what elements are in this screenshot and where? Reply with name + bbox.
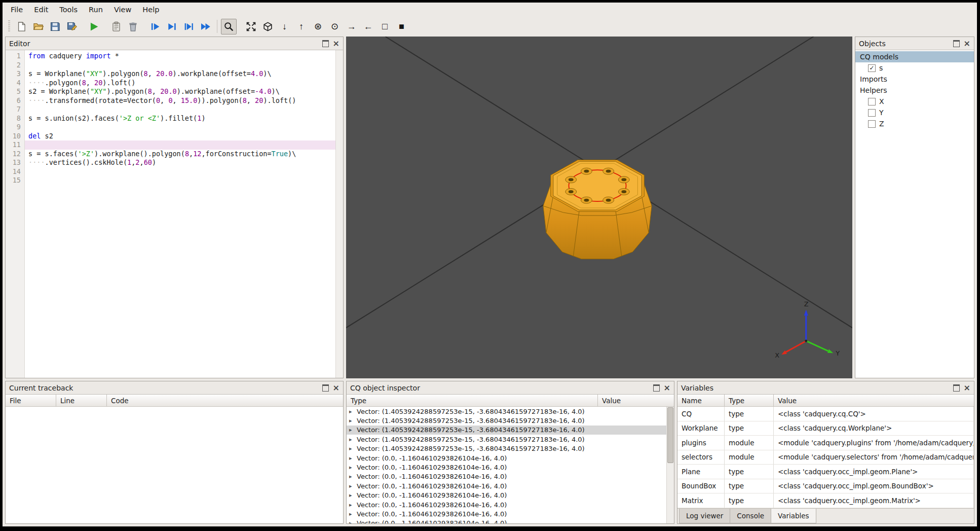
variables-col-type[interactable]: Type xyxy=(725,395,774,406)
code-line-5[interactable]: s2 = Workplane("XY").polygon(8, 20.0).wo… xyxy=(25,87,335,96)
code-line-3[interactable]: s = Workplane("XY").polygon(8, 20.0).wor… xyxy=(25,69,335,79)
toolbar-drag-handle[interactable] xyxy=(8,20,10,32)
inspector-col-value[interactable]: Value xyxy=(598,395,674,406)
save-button[interactable] xyxy=(47,19,63,34)
variable-row-workplane[interactable]: Workplanetype<class 'cadquery.cq.Workpla… xyxy=(677,421,974,436)
inspector-row[interactable]: ▸Vector: (0.0, -1.1604610293826104e-16, … xyxy=(347,519,666,523)
close-icon[interactable]: × xyxy=(333,384,340,392)
new-file-button[interactable] xyxy=(14,19,29,34)
variables-col-name[interactable]: Name xyxy=(677,395,725,406)
cad-model[interactable] xyxy=(543,160,652,259)
close-icon[interactable]: × xyxy=(964,40,970,48)
expander-icon[interactable]: ▸ xyxy=(349,408,357,415)
save-as-button[interactable] xyxy=(64,19,80,34)
menu-item-help[interactable]: Help xyxy=(137,4,165,15)
3d-scene[interactable]: Z Y X xyxy=(346,37,852,378)
delete-button[interactable] xyxy=(125,19,141,34)
step-into-button[interactable] xyxy=(181,19,197,34)
iso-view-button[interactable] xyxy=(260,19,276,34)
float-icon[interactable] xyxy=(322,384,329,392)
scrollbar-thumb[interactable] xyxy=(667,407,673,463)
expander-icon[interactable]: ▸ xyxy=(349,492,357,499)
traceback-col-line[interactable]: Line xyxy=(56,395,107,406)
continue-button[interactable] xyxy=(198,19,213,34)
variable-row-cq[interactable]: CQtype<class 'cadquery.cq.CQ'> xyxy=(677,407,974,421)
inspector-row[interactable]: ▸Vector: (1.4053924288597253e-15, -3.680… xyxy=(347,416,666,425)
inspector-row[interactable]: ▸Vector: (1.4053924288597253e-15, -3.680… xyxy=(347,435,666,444)
variable-row-plugins[interactable]: pluginsmodule<module 'cadquery.plugins' … xyxy=(677,436,974,450)
expander-icon[interactable]: ▸ xyxy=(349,520,357,523)
debug-play-button[interactable] xyxy=(147,19,163,34)
code-line-9[interactable] xyxy=(25,123,335,132)
code-line-7[interactable] xyxy=(25,105,335,114)
view-front-button[interactable]: ⊛ xyxy=(310,19,326,34)
inspector-row[interactable]: ▸Vector: (1.4053924288597253e-15, -3.680… xyxy=(347,444,666,453)
view-back-button[interactable]: ⊙ xyxy=(327,19,343,34)
code-line-2[interactable] xyxy=(25,61,335,70)
traceback-col-code[interactable]: Code xyxy=(107,395,343,406)
tree-item-z[interactable]: Z xyxy=(855,118,974,129)
zoom-fit-button[interactable] xyxy=(221,19,237,34)
view-right-button[interactable]: → xyxy=(344,19,359,34)
inspector-col-type[interactable]: Type xyxy=(347,395,598,406)
inspector-row[interactable]: ▸Vector: (1.4053924288597253e-15, -3.680… xyxy=(347,407,666,416)
view-left-button[interactable]: ← xyxy=(360,19,376,34)
variable-row-plane[interactable]: Planetype<class 'cadquery.occ_impl.geom.… xyxy=(677,465,974,479)
code-line-10[interactable]: del s2 xyxy=(25,132,335,141)
menu-item-edit[interactable]: Edit xyxy=(28,4,54,15)
menu-item-file[interactable]: File xyxy=(5,4,28,15)
expander-icon[interactable]: ▸ xyxy=(349,502,357,508)
viewport-3d[interactable]: Z Y X xyxy=(346,37,852,378)
open-button[interactable] xyxy=(30,19,46,34)
expander-icon[interactable]: ▸ xyxy=(349,473,357,480)
inspector-row[interactable]: ▸Vector: (0.0, -1.1604610293826104e-16, … xyxy=(347,472,666,481)
shaded-button[interactable]: ■ xyxy=(394,19,409,34)
menu-item-view[interactable]: View xyxy=(108,4,137,15)
variable-row-matrix[interactable]: Matrixtype<class 'cadquery.occ_impl.geom… xyxy=(677,493,974,508)
checkbox-s[interactable]: ✓ xyxy=(868,64,876,72)
code-line-12[interactable]: s = s.faces('>Z').workplane().polygon(8,… xyxy=(25,150,335,159)
code-editor[interactable]: 123456789101112131415 from cadquery impo… xyxy=(6,50,343,378)
tree-item-imports[interactable]: Imports xyxy=(855,74,974,85)
tree-item-cq-models[interactable]: CQ models xyxy=(855,51,974,62)
expander-icon[interactable]: ▸ xyxy=(349,436,357,443)
code-line-14[interactable] xyxy=(25,167,335,176)
tab-console[interactable]: Console xyxy=(730,509,771,523)
close-icon[interactable]: × xyxy=(964,384,970,392)
variable-row-selectors[interactable]: selectorsmodule<module 'cadquery.selecto… xyxy=(677,450,974,465)
expander-icon[interactable]: ▸ xyxy=(349,417,357,424)
expander-icon[interactable]: ▸ xyxy=(349,427,357,433)
code-lines[interactable]: from cadquery import *s = Workplane("XY"… xyxy=(25,50,335,378)
step-over-button[interactable] xyxy=(164,19,180,34)
inspector-scrollbar[interactable] xyxy=(666,407,674,523)
code-line-4[interactable]: ····.polygon(8, 20).loft() xyxy=(25,79,335,88)
menu-item-run[interactable]: Run xyxy=(83,4,108,15)
variable-row-boundbox[interactable]: BoundBoxtype<class 'cadquery.occ_impl.ge… xyxy=(677,479,974,494)
expander-icon[interactable]: ▸ xyxy=(349,464,357,471)
fit-all-button[interactable] xyxy=(243,19,259,34)
close-icon[interactable]: × xyxy=(664,384,670,392)
tab-log-viewer[interactable]: Log viewer xyxy=(679,509,730,523)
expander-icon[interactable]: ▸ xyxy=(349,445,357,452)
expander-icon[interactable]: ▸ xyxy=(349,511,357,517)
checkbox-x[interactable] xyxy=(868,98,876,105)
checkbox-z[interactable] xyxy=(868,120,876,128)
traceback-col-file[interactable]: File xyxy=(6,395,56,406)
code-line-8[interactable]: s = s.union(s2).faces('>Z or <Z').fillet… xyxy=(25,114,335,123)
inspector-row[interactable]: ▸Vector: (0.0, -1.1604610293826104e-16, … xyxy=(347,463,666,472)
checkbox-y[interactable] xyxy=(868,109,876,117)
inspector-row[interactable]: ▸Vector: (0.0, -1.1604610293826104e-16, … xyxy=(347,453,666,463)
float-icon[interactable] xyxy=(953,40,960,47)
float-icon[interactable] xyxy=(322,40,329,47)
tree-item-helpers[interactable]: Helpers xyxy=(855,85,974,96)
inspector-row[interactable]: ▸Vector: (0.0, -1.1604610293826104e-16, … xyxy=(347,481,666,490)
code-line-6[interactable]: ····.transformed(rotate=Vector(0, 0, 15.… xyxy=(25,96,335,105)
inspector-row[interactable]: ▸Vector: (0.0, -1.1604610293826104e-16, … xyxy=(347,500,666,509)
expander-icon[interactable]: ▸ xyxy=(349,455,357,462)
code-line-11[interactable] xyxy=(25,140,335,150)
float-icon[interactable] xyxy=(653,384,660,392)
tree-item-y[interactable]: Y xyxy=(855,107,974,118)
float-icon[interactable] xyxy=(953,384,960,392)
menu-item-tools[interactable]: Tools xyxy=(54,4,83,15)
editor-scrollbar[interactable] xyxy=(335,50,343,378)
